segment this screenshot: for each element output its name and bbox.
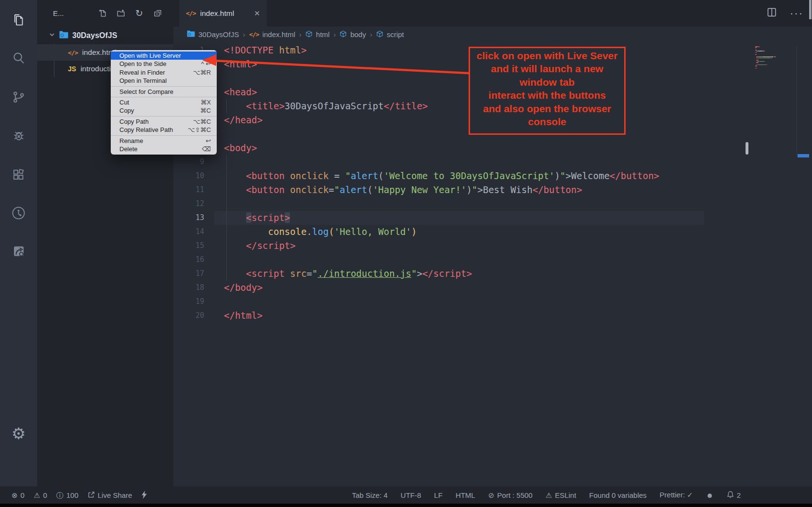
menu-item-label: Select for Compare xyxy=(119,88,211,96)
menu-divider xyxy=(111,86,217,87)
breadcrumb-index.html[interactable]: </>index.html xyxy=(249,30,295,39)
split-editor-icon[interactable] xyxy=(767,8,776,19)
chevron-down-icon xyxy=(49,31,55,40)
lightning-bolt-icon xyxy=(141,491,147,500)
code-line-20: </html> xyxy=(224,309,262,323)
new-file-icon[interactable] xyxy=(93,6,112,20)
menu-item-copy[interactable]: Copy⌘C xyxy=(111,106,217,115)
smiley-icon: ☻ xyxy=(706,492,714,499)
circle-slash-icon: ⊘ xyxy=(488,492,495,499)
symbol-cube-icon xyxy=(305,30,313,39)
breadcrumb-separator: › xyxy=(333,30,336,39)
menu-item-label: Rename xyxy=(119,137,206,145)
settings-gear-icon[interactable]: ⚙ xyxy=(0,421,37,445)
remote-circle-icon[interactable] xyxy=(0,201,37,225)
refresh-icon[interactable]: ↻ xyxy=(130,6,148,20)
eol-label: LF xyxy=(434,491,443,499)
editor-actions: ··· xyxy=(767,0,803,26)
menu-item-select-for-compare[interactable]: Select for Compare xyxy=(111,88,217,96)
minimap-line xyxy=(755,65,757,66)
line-number: 9 xyxy=(173,155,204,169)
annotation-line: interact with the buttons xyxy=(470,89,624,102)
menu-item-copy-relative-path[interactable]: Copy Relative Path⌥⇧⌘C xyxy=(111,126,217,134)
bottom-edge xyxy=(0,504,812,507)
menu-item-open-to-the-side[interactable]: Open to the Side^ ↩ xyxy=(111,60,217,68)
code-line-10: <button onclick = "alert('Welcome to 30D… xyxy=(224,169,659,183)
menu-item-open-with-live-server[interactable]: Open with Live Server xyxy=(111,52,217,60)
encoding[interactable]: UTF-8 xyxy=(401,491,421,499)
prettier[interactable]: Prettier: ✓ xyxy=(660,491,693,499)
tab-index-html[interactable]: </> index.html ✕ xyxy=(179,0,267,26)
menu-item-delete[interactable]: Delete⌫ xyxy=(111,145,217,153)
line-number: 18 xyxy=(173,281,204,295)
scrollbar-thumb[interactable] xyxy=(746,142,748,155)
code-line-15: </script> xyxy=(224,239,296,253)
code-line-17: <script src="./introduction.js"></script… xyxy=(224,267,472,281)
menu-item-label: Open in Terminal xyxy=(119,77,211,85)
line-number: 11 xyxy=(173,183,204,197)
variables-label: Found 0 variables xyxy=(589,491,646,499)
window-scrollbar-thumb[interactable] xyxy=(809,0,812,19)
menu-item-shortcut: ^ ↩ xyxy=(201,60,211,68)
live-share-icon[interactable] xyxy=(0,240,37,264)
minimap-line xyxy=(755,54,757,55)
errors[interactable]: ⊗0 xyxy=(12,491,25,499)
menu-item-copy-path[interactable]: Copy Path⌥⌘C xyxy=(111,117,217,126)
warnings[interactable]: ⚠0 xyxy=(34,491,47,499)
eol[interactable]: LF xyxy=(434,491,443,499)
search-icon[interactable] xyxy=(0,46,37,70)
infos[interactable]: ⓘ100 xyxy=(56,491,79,499)
minimap-line xyxy=(758,60,759,61)
minimap-line xyxy=(760,65,764,65)
line-number: 17 xyxy=(173,267,204,281)
code-line-4: <head> xyxy=(224,85,257,99)
menu-item-reveal-in-finder[interactable]: Reveal in Finder⌥⌘R xyxy=(111,68,217,77)
live-share[interactable]: Live Share xyxy=(88,491,132,499)
minimap-line xyxy=(764,61,765,62)
breadcrumb-script[interactable]: script xyxy=(376,30,404,39)
tab-size[interactable]: Tab Size: 4 xyxy=(352,491,388,499)
menu-divider xyxy=(111,97,217,97)
activity-bar: ⚙ xyxy=(0,0,37,486)
menu-item-label: Cut xyxy=(119,98,200,106)
minimap[interactable] xyxy=(755,46,798,71)
lightning[interactable] xyxy=(141,491,147,500)
language-mode[interactable]: HTML xyxy=(456,491,475,499)
notifications[interactable]: 2 xyxy=(727,491,741,499)
tree-root-folder[interactable]: 30DaysOfJS xyxy=(37,28,173,43)
code-line-1: <!DOCTYPE html> xyxy=(224,43,307,57)
breadcrumb-30DaysOfJS[interactable]: 30DaysOfJS xyxy=(187,30,239,39)
menu-divider xyxy=(111,135,217,136)
breadcrumb-body[interactable]: body xyxy=(340,30,366,39)
overview-ruler xyxy=(797,46,797,156)
minimap-line xyxy=(763,51,765,52)
collapse-folders-icon[interactable] xyxy=(148,6,167,20)
extensions-icon[interactable] xyxy=(0,163,37,187)
menu-item-rename[interactable]: Rename↩ xyxy=(111,137,217,145)
close-tab-icon[interactable]: ✕ xyxy=(254,9,260,18)
menu-item-open-in-terminal[interactable]: Open in Terminal xyxy=(111,77,217,85)
feedback[interactable]: ☻ xyxy=(706,492,714,499)
more-actions-icon[interactable]: ··· xyxy=(790,8,803,19)
eslint-label: ESLint xyxy=(555,491,576,499)
line-number: 12 xyxy=(173,197,204,211)
menu-item-label: Open to the Side xyxy=(119,60,201,68)
new-folder-icon[interactable] xyxy=(112,6,130,20)
minimap-line xyxy=(772,56,773,57)
run-debug-icon[interactable] xyxy=(0,124,37,148)
code-line-11: <button onclick="alert('Happy New Year!'… xyxy=(224,183,582,197)
minimap-line xyxy=(756,62,759,63)
code-line-14: console.log('Hello, World') xyxy=(224,225,417,239)
menu-item-shortcut: ⌥⌘R xyxy=(193,68,211,77)
prettier-label: Prettier: ✓ xyxy=(660,491,693,499)
eslint[interactable]: ⚠ESLint xyxy=(546,491,576,499)
explorer-icon[interactable] xyxy=(0,8,37,32)
menu-item-shortcut: ⌫ xyxy=(202,145,211,153)
menu-item-cut[interactable]: Cut⌘X xyxy=(111,98,217,106)
variables[interactable]: Found 0 variables xyxy=(589,491,646,499)
breadcrumb-html[interactable]: html xyxy=(305,30,329,39)
port[interactable]: ⊘Port : 5500 xyxy=(488,491,533,499)
menu-item-label: Delete xyxy=(119,145,202,153)
source-control-icon[interactable] xyxy=(0,85,37,109)
warnings-label: 0 xyxy=(43,491,47,499)
